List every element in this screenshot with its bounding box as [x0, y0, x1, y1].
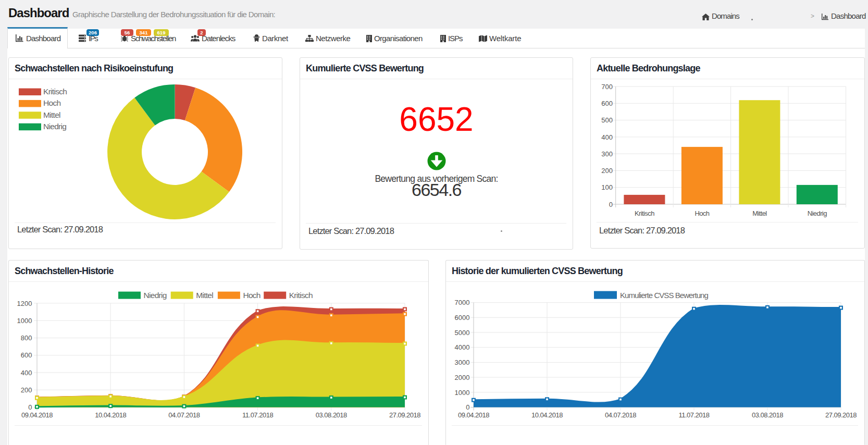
- svg-text:7000: 7000: [455, 299, 470, 306]
- svg-text:11.07.2018: 11.07.2018: [242, 411, 273, 419]
- svg-text:Kritisch: Kritisch: [289, 291, 313, 300]
- svg-text:300: 300: [601, 150, 613, 158]
- svg-text:Hoch: Hoch: [243, 291, 260, 300]
- svg-text:04.07.2018: 04.07.2018: [168, 411, 200, 419]
- svg-text:6000: 6000: [455, 314, 470, 322]
- svg-text:5000: 5000: [455, 329, 470, 337]
- svg-text:500: 500: [601, 116, 613, 124]
- svg-text:Niedrig: Niedrig: [43, 122, 66, 131]
- svg-text:03.08.2018: 03.08.2018: [752, 411, 783, 419]
- svg-text:400: 400: [21, 369, 32, 377]
- svg-text:27.09.2018: 27.09.2018: [825, 411, 857, 419]
- svg-text:09.04.2018: 09.04.2018: [458, 411, 489, 419]
- svg-text:1000: 1000: [17, 317, 32, 325]
- svg-text:Kritisch: Kritisch: [635, 209, 654, 217]
- svg-text:400: 400: [601, 133, 613, 141]
- svg-text:09.04.2018: 09.04.2018: [21, 411, 53, 419]
- svg-text:600: 600: [601, 100, 613, 107]
- svg-text:Niedrig: Niedrig: [144, 291, 167, 300]
- svg-text:Hoch: Hoch: [43, 98, 60, 107]
- svg-text:0: 0: [466, 403, 469, 411]
- svg-text:03.08.2018: 03.08.2018: [316, 411, 347, 419]
- svg-text:800: 800: [21, 334, 32, 342]
- svg-text:1200: 1200: [17, 300, 32, 307]
- svg-text:0: 0: [28, 403, 32, 411]
- svg-text:700: 700: [601, 83, 613, 91]
- svg-text:10.04.2018: 10.04.2018: [531, 411, 563, 419]
- svg-text:11.07.2018: 11.07.2018: [678, 411, 709, 419]
- svg-text:100: 100: [601, 183, 613, 191]
- svg-text:3000: 3000: [455, 359, 470, 366]
- svg-text:2000: 2000: [455, 374, 470, 381]
- svg-text:200: 200: [21, 386, 32, 394]
- svg-text:0: 0: [609, 201, 613, 208]
- svg-text:200: 200: [601, 167, 613, 175]
- svg-text:Mittel: Mittel: [196, 291, 213, 300]
- svg-text:Niedrig: Niedrig: [808, 209, 827, 217]
- svg-text:1000: 1000: [455, 389, 470, 397]
- svg-text:Mittel: Mittel: [752, 209, 767, 217]
- svg-text:Kritisch: Kritisch: [43, 87, 67, 96]
- svg-text:4000: 4000: [455, 343, 470, 351]
- svg-text:10.04.2018: 10.04.2018: [95, 411, 126, 419]
- svg-text:Hoch: Hoch: [695, 209, 709, 217]
- svg-text:04.07.2018: 04.07.2018: [605, 411, 636, 419]
- svg-text:Mittel: Mittel: [43, 110, 60, 119]
- svg-text:27.09.2018: 27.09.2018: [389, 411, 420, 419]
- svg-text:600: 600: [21, 351, 32, 359]
- svg-text:Kumulierte CVSS Bewertung: Kumulierte CVSS Bewertung: [620, 291, 708, 300]
